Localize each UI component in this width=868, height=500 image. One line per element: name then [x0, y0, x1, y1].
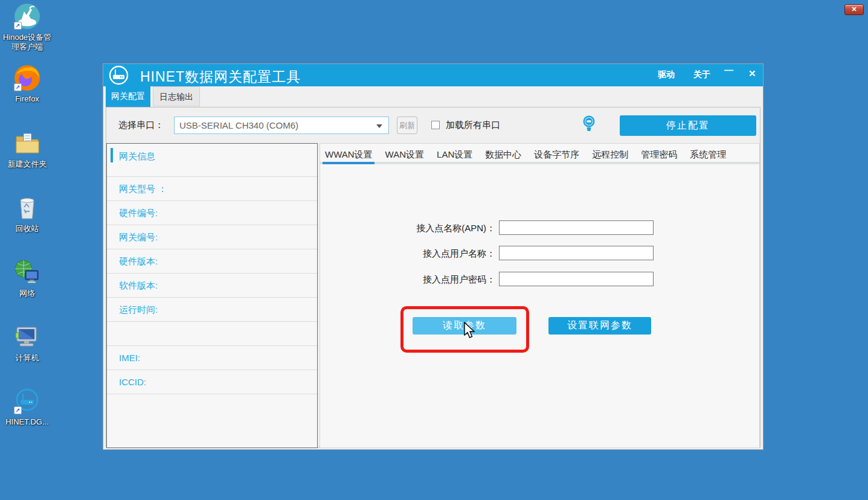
window-content: 选择串口： USB-SERIAL CH340 (COM6) 刷新 加载所有串口 … — [106, 107, 760, 447]
mouse-cursor-icon — [463, 322, 476, 342]
titlebar[interactable]: HINET数据网关配置工具 驱动 关于 — ✕ — [103, 64, 763, 86]
recycle-bin-icon — [13, 194, 41, 222]
desktop-icon-firefox[interactable]: ➚ Firefox — [0, 64, 54, 104]
tab-admin-password[interactable]: 管理密码 — [640, 147, 678, 162]
apn-user-input[interactable] — [499, 246, 654, 260]
window-title: HINET数据网关配置工具 — [140, 68, 301, 86]
firefox-icon: ➚ — [13, 64, 41, 92]
tab-wwan-settings[interactable]: WWAN设置 — [324, 147, 374, 162]
apn-user-label: 接入点用户名称： — [320, 246, 495, 261]
tab-lan-settings[interactable]: LAN设置 — [436, 147, 474, 162]
about-menu-button[interactable]: 关于 — [693, 69, 710, 80]
apn-input[interactable] — [499, 220, 654, 235]
network-icon — [13, 258, 41, 286]
close-button[interactable]: ✕ — [748, 68, 756, 79]
desktop-icon-recycle-bin[interactable]: 回收站 — [0, 194, 54, 234]
shortcut-arrow-icon: ➚ — [14, 406, 22, 414]
desktop-icon-label: 网络 — [0, 289, 54, 298]
desktop-icon-label: HINET.DG... — [0, 417, 54, 427]
load-all-ports-label: 加载所有串口 — [446, 120, 500, 131]
info-row-sw-ver: 软件版本: — [107, 274, 317, 298]
shortcut-arrow-icon: ➚ — [14, 22, 22, 30]
tab-gateway-config[interactable]: 网关配置 — [106, 86, 150, 107]
settings-panel: WWAN设置 WAN设置 LAN设置 数据中心 设备字节序 远程控制 管理密码 … — [320, 143, 760, 448]
info-row-spacer — [107, 322, 317, 346]
app-logo-icon — [109, 65, 129, 88]
load-all-ports-checkbox[interactable] — [431, 121, 440, 129]
active-tab-underline — [323, 162, 375, 164]
desktop-icon-network[interactable]: 网络 — [0, 258, 54, 298]
settings-tabstrip: WWAN设置 WAN设置 LAN设置 数据中心 设备字节序 远程控制 管理密码 … — [324, 147, 759, 162]
tab-byte-order[interactable]: 设备字节序 — [533, 147, 580, 162]
desktop-icon-label: Hinode设备管理客户端 — [0, 33, 54, 52]
gateway-info-title: 网关信息 — [119, 151, 155, 161]
status-bulb-icon — [582, 115, 596, 135]
apn-label: 接入点名称(APN)： — [320, 220, 495, 236]
info-row-hw-ver: 硬件版本: — [107, 249, 317, 274]
desktop-icon-hinet-dg[interactable]: ➚ HINET.DG... — [0, 387, 54, 427]
chevron-down-icon — [376, 124, 382, 128]
apn-password-label: 接入点用户密码： — [320, 272, 495, 287]
driver-menu-button[interactable]: 驱动 — [658, 69, 675, 80]
set-network-params-button[interactable]: 设置联网参数 — [548, 317, 651, 335]
refresh-button[interactable]: 刷新 — [397, 117, 417, 134]
desktop-icon-computer[interactable]: 计算机 — [0, 323, 54, 363]
serial-port-label: 选择串口： — [118, 120, 164, 131]
minimize-button[interactable]: — — [724, 65, 733, 75]
main-tabstrip: 网关配置 日志输出 — [103, 86, 763, 107]
serial-port-value: USB-SERIAL CH340 (COM6) — [179, 120, 298, 130]
tab-wan-settings[interactable]: WAN设置 — [384, 147, 425, 162]
serial-port-select[interactable]: USB-SERIAL CH340 (COM6) — [174, 117, 389, 134]
folder-icon — [13, 129, 41, 157]
desktop-icon-label: 新建文件夹 — [0, 159, 54, 169]
remote-view-close-button[interactable]: ✕ — [844, 4, 864, 15]
tab-log-output[interactable]: 日志输出 — [153, 86, 200, 106]
stop-config-button[interactable]: 停止配置 — [620, 115, 756, 136]
hinet-dg-icon: ➚ — [13, 387, 41, 415]
info-row-iccid: ICCID: — [107, 370, 317, 394]
info-row-imei: IMEI: — [107, 346, 317, 370]
info-row-hw-id: 硬件编号: — [107, 201, 317, 225]
info-row-model: 网关型号 ： — [107, 177, 317, 201]
tab-data-center[interactable]: 数据中心 — [484, 147, 522, 162]
info-row-uptime: 运行时间: — [107, 298, 317, 322]
desktop-icon-label: 计算机 — [0, 353, 54, 363]
desktop-icon-label: Firefox — [0, 94, 54, 104]
gateway-info-header: 网关信息 — [107, 144, 317, 177]
tabstrip-baseline — [320, 162, 759, 164]
info-row-gw-id: 网关编号: — [107, 225, 317, 249]
tab-remote-control[interactable]: 远程控制 — [591, 147, 629, 162]
gateway-info-panel: 网关信息 网关型号 ： 硬件编号: 网关编号: 硬件版本: 软件版本: 运行时间… — [106, 143, 318, 448]
desktop-icon-label: 回收站 — [0, 224, 54, 234]
tab-system-manage[interactable]: 系统管理 — [689, 147, 727, 162]
desktop-icon-hinode-client[interactable]: ➚ Hinode设备管理客户端 — [0, 2, 54, 52]
desktop-icon-new-folder[interactable]: 新建文件夹 — [0, 129, 54, 169]
app-window: HINET数据网关配置工具 驱动 关于 — ✕ 网关配置 日志输出 选择串口： … — [103, 63, 764, 450]
apn-password-input[interactable] — [499, 272, 654, 286]
computer-icon — [13, 323, 41, 351]
hinode-client-icon: ➚ — [13, 2, 41, 30]
shortcut-arrow-icon: ➚ — [14, 83, 22, 91]
section-marker — [111, 148, 113, 162]
